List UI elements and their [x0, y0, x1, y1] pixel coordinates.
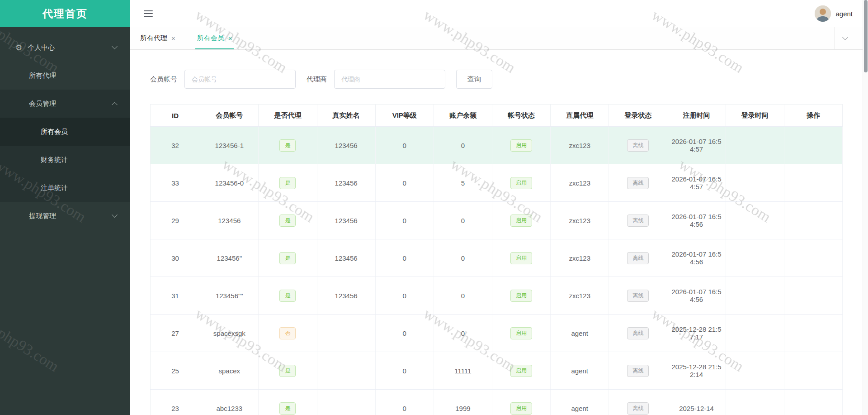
cell-real_name [317, 352, 375, 390]
status-tag: 启用 [510, 365, 532, 377]
column-header-balance: 账户余额 [434, 105, 492, 127]
cell-login_status: 离线 [609, 164, 667, 202]
status-tag: 启用 [510, 252, 532, 264]
tab-close-icon[interactable]: × [171, 34, 175, 42]
member-account-input[interactable] [184, 70, 296, 89]
cell-parent: zxc123 [551, 239, 609, 277]
cell-actions [784, 239, 842, 277]
hamburger-menu-icon[interactable] [144, 9, 153, 19]
login_status-tag: 离线 [627, 252, 649, 264]
column-header-is_agent: 是否代理 [259, 105, 317, 127]
column-header-actions: 操作 [784, 105, 842, 127]
cell-status: 启用 [492, 390, 551, 415]
cell-actions [784, 202, 842, 239]
status-tag: 启用 [510, 139, 532, 152]
column-header-login_status: 登录状态 [609, 105, 667, 127]
cell-vip: 0 [375, 277, 434, 315]
cell-account: 123456" [200, 239, 259, 277]
is_agent-tag: 否 [279, 327, 296, 339]
cell-real_name [317, 390, 375, 415]
gear-icon: ⚙ [15, 43, 22, 52]
column-header-login_time: 登录时间 [726, 105, 784, 127]
cell-is_agent: 是 [259, 390, 317, 415]
cell-reg_time: 2025-12-28 21:57:17 [667, 315, 726, 352]
sidebar-item-label: 财务统计 [41, 156, 68, 164]
table-row: 29123456是12345600启用zxc123离线2026-01-07 16… [151, 202, 843, 239]
cell-login_time [726, 315, 784, 352]
cell-vip: 0 [375, 127, 434, 164]
sidebar-item-all-agents[interactable]: 所有代理 [0, 62, 130, 90]
cell-parent: zxc123 [551, 277, 609, 315]
cell-actions [784, 164, 842, 202]
cell-real_name: 123456 [317, 127, 375, 164]
cell-status: 启用 [492, 164, 551, 202]
cell-is_agent: 是 [259, 239, 317, 277]
cell-reg_time: 2025-12-28 21:52:14 [667, 352, 726, 390]
topbar: agent [130, 0, 868, 27]
username-label: agent [835, 10, 853, 18]
table-row: 33123456-0是12345605启用zxc123离线2026-01-07 … [151, 164, 843, 202]
tab-label: 所有会员 [197, 34, 224, 43]
table-row: 31123456""是12345600启用zxc123离线2026-01-07 … [151, 277, 843, 315]
cell-balance: 5 [434, 164, 492, 202]
cell-real_name: 123456 [317, 202, 375, 239]
cell-id: 30 [151, 239, 200, 277]
cell-account: 123456 [200, 202, 259, 239]
cell-login_status: 离线 [609, 239, 667, 277]
login_status-tag: 离线 [627, 215, 649, 227]
user-menu[interactable]: agent [815, 5, 853, 22]
sidebar-item-personal-center[interactable]: ⚙个人中心 [0, 33, 130, 62]
search-button[interactable]: 查询 [456, 70, 492, 89]
sidebar-item-bet-stats[interactable]: 注单统计 [0, 174, 130, 202]
cell-is_agent: 是 [259, 277, 317, 315]
vertical-scrollbar[interactable] [863, 0, 868, 415]
tab-all-agents[interactable]: 所有代理× [140, 27, 175, 49]
table-row: 25spacex是011111启用agent离线2025-12-28 21:52… [151, 352, 843, 390]
cell-status: 启用 [492, 239, 551, 277]
tabs-dropdown-button[interactable] [835, 27, 855, 49]
tabs: 所有代理×所有会员× [140, 27, 254, 49]
chevron-down-icon [112, 43, 118, 49]
login_status-tag: 离线 [627, 139, 649, 152]
status-tag: 启用 [510, 215, 532, 227]
sidebar-item-member-management[interactable]: 会员管理 [0, 90, 130, 118]
sidebar-item-label: 所有会员 [41, 128, 68, 136]
cell-reg_time: 2026-01-07 16:54:57 [667, 164, 726, 202]
cell-account: 123456"" [200, 277, 259, 315]
cell-vip: 0 [375, 352, 434, 390]
cell-actions [784, 390, 842, 415]
cell-reg_time: 2026-01-07 16:54:56 [667, 202, 726, 239]
login_status-tag: 离线 [627, 402, 649, 415]
tab-close-icon[interactable]: × [228, 34, 232, 42]
cell-vip: 0 [375, 164, 434, 202]
cell-id: 31 [151, 277, 200, 315]
scrollbar-thumb[interactable] [864, 0, 868, 72]
sidebar-item-all-members[interactable]: 所有会员 [0, 118, 130, 146]
cell-login_status: 离线 [609, 315, 667, 352]
table-row: 32123456-1是12345600启用zxc123离线2026-01-07 … [151, 127, 843, 164]
sidebar-item-withdraw-management[interactable]: 提现管理 [0, 202, 130, 230]
cell-id: 27 [151, 315, 200, 352]
login_status-tag: 离线 [627, 177, 649, 189]
cell-id: 33 [151, 164, 200, 202]
status-tag: 启用 [510, 327, 532, 339]
cell-login_status: 离线 [609, 127, 667, 164]
sidebar-menu: ⚙个人中心所有代理会员管理所有会员财务统计注单统计提现管理 [0, 27, 130, 230]
cell-actions [784, 277, 842, 315]
agent-input[interactable] [334, 70, 445, 89]
is_agent-tag: 是 [279, 177, 296, 189]
table-row: 30123456"是12345600启用zxc123离线2026-01-07 1… [151, 239, 843, 277]
cell-real_name [317, 315, 375, 352]
tab-all-members[interactable]: 所有会员× [197, 27, 232, 49]
cell-status: 启用 [492, 202, 551, 239]
column-header-id: ID [151, 105, 200, 127]
cell-login_status: 离线 [609, 352, 667, 390]
agent-label: 代理商 [307, 75, 327, 84]
cell-reg_time: 2025-12-14 [667, 390, 726, 415]
cell-balance: 1999 [434, 390, 492, 415]
sidebar-item-finance-stats[interactable]: 财务统计 [0, 146, 130, 174]
cell-is_agent: 是 [259, 202, 317, 239]
cell-is_agent: 否 [259, 315, 317, 352]
cell-login_time [726, 352, 784, 390]
cell-parent: zxc123 [551, 164, 609, 202]
